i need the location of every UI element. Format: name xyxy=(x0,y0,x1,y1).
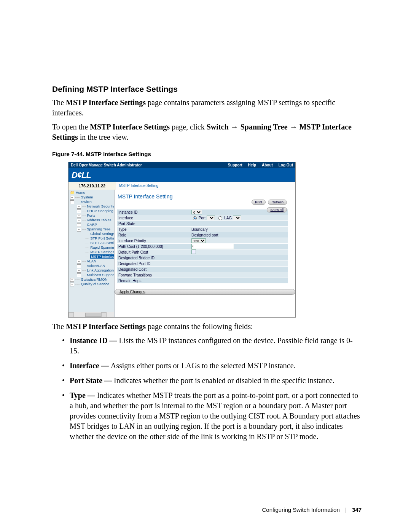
field-label: Forward Transitions xyxy=(117,273,191,277)
intro-paragraph: The MSTP Interface Settings page contain… xyxy=(52,97,362,118)
select-input[interactable]: 0 xyxy=(191,210,202,214)
field-label: Type xyxy=(117,227,191,232)
collapse-icon[interactable]: − xyxy=(70,200,74,204)
field-label: Port State xyxy=(117,222,191,226)
tree-system[interactable]: System xyxy=(81,195,93,199)
print-button[interactable]: Print xyxy=(252,200,266,205)
footer-separator: | xyxy=(345,506,347,513)
tree-item[interactable]: Multicast Support xyxy=(87,273,115,277)
field-row: TypeBoundary xyxy=(117,227,288,232)
tree-item[interactable]: Address Tables xyxy=(87,218,112,222)
radio-port[interactable] xyxy=(193,216,197,220)
tree-leaf[interactable]: Global Settings xyxy=(90,232,115,236)
expand-icon[interactable]: + xyxy=(77,209,81,213)
nav-tree[interactable]: 📁 Home +····· System −····· Switch +····… xyxy=(68,190,115,317)
checkbox-icon[interactable] xyxy=(191,249,196,254)
tree-leaf[interactable]: STP LAG Setting xyxy=(90,241,115,245)
tree-stats[interactable]: Statistics/RMON xyxy=(81,277,108,281)
help-link[interactable]: Help xyxy=(248,163,256,167)
expand-icon[interactable]: + xyxy=(70,278,74,282)
expand-icon[interactable]: + xyxy=(77,214,81,218)
field-row: Port State xyxy=(117,221,288,227)
field-value[interactable]: 128 xyxy=(191,238,288,243)
field-row: Default Path Cost xyxy=(117,249,288,255)
field-row: Designated Cost xyxy=(117,267,288,272)
section-heading: Defining MSTP Interface Settings xyxy=(52,85,362,94)
field-row: RoleDesignated port xyxy=(117,232,288,238)
field-label: Interface Priority xyxy=(117,239,191,243)
apply-changes-button[interactable]: Apply Changes xyxy=(115,289,295,295)
field-label: Path Cost (1-200,000,000) xyxy=(117,244,191,249)
nav-paragraph: To open the MSTP Interface Settings page… xyxy=(52,122,362,142)
field-label: Designated Port ID xyxy=(117,262,191,266)
tree-leaf-selected[interactable]: MSTP Interface xyxy=(90,254,115,259)
expand-icon[interactable]: + xyxy=(77,264,81,268)
expand-icon[interactable]: + xyxy=(77,219,81,222)
field-value[interactable] xyxy=(191,244,288,249)
tree-item[interactable]: Network Security xyxy=(87,204,114,208)
field-value: Boundary xyxy=(191,227,288,232)
bullet-desc: Indicates whether MSTP treats the port a… xyxy=(70,391,360,441)
field-value[interactable] xyxy=(191,249,288,255)
tree-leaf[interactable]: Rapid Spanning T xyxy=(90,245,115,249)
field-row: Forward Transitions xyxy=(117,272,288,278)
expand-icon[interactable]: + xyxy=(70,283,74,286)
field-label: Designated Cost xyxy=(117,267,191,272)
nav-mid: page, click xyxy=(170,123,207,131)
tree-item[interactable]: Link Aggregation xyxy=(87,268,114,272)
about-link[interactable]: About xyxy=(262,163,273,167)
panel-title: MSTP Interface Setting xyxy=(118,193,295,200)
expand-icon[interactable]: + xyxy=(77,223,81,227)
after-paragraph: The MSTP Interface Settings page contain… xyxy=(52,321,362,332)
tree-item[interactable]: VoiceVLAN xyxy=(87,264,105,268)
port-select[interactable] xyxy=(207,216,215,220)
field-row: Interface Priority128 xyxy=(117,238,288,244)
tree-item[interactable]: VLAN xyxy=(87,259,96,263)
logo-bar: D¢LL xyxy=(68,168,295,182)
main-panel: MSTP Interface Setting Print Refresh Sho… xyxy=(115,190,295,317)
arrow-icon: → xyxy=(288,123,299,131)
tree-item[interactable]: DHCP Snooping xyxy=(87,209,113,213)
bullet-desc: Assigns either ports or LAGs to the sele… xyxy=(111,361,296,370)
field-label: Interface xyxy=(117,216,191,220)
expand-icon[interactable]: + xyxy=(77,273,81,277)
tree-scrollbar[interactable] xyxy=(68,312,114,317)
refresh-button[interactable]: Refresh xyxy=(268,200,287,205)
app-nav-links: Support Help About Log Out xyxy=(223,163,293,167)
app-titlebar: Dell OpenManage Switch Administrator Sup… xyxy=(68,162,295,168)
bullet-term: Instance ID — xyxy=(70,336,119,345)
tree-item[interactable]: GARP xyxy=(87,222,97,227)
logout-link[interactable]: Log Out xyxy=(279,163,293,167)
expand-icon[interactable]: + xyxy=(77,205,81,209)
after-bold: MSTP Interface Settings xyxy=(66,322,146,331)
field-label: Instance ID xyxy=(117,210,191,214)
select-input[interactable]: 128 xyxy=(191,238,206,243)
tree-qos[interactable]: Quality of Service xyxy=(81,282,109,286)
text-input[interactable] xyxy=(191,244,234,249)
field-value[interactable]: Port LAG xyxy=(191,216,288,220)
field-row: Remain Hops xyxy=(117,278,288,284)
footer-chapter: Configuring Switch Information xyxy=(262,506,339,513)
radio-lag[interactable] xyxy=(218,216,222,220)
expand-icon[interactable]: + xyxy=(77,269,81,273)
tree-item[interactable]: Spanning Tree xyxy=(87,227,110,231)
collapse-icon[interactable]: − xyxy=(77,228,81,232)
expand-icon[interactable]: + xyxy=(70,196,74,200)
nav-pagename: MSTP Interface Settings xyxy=(90,123,170,131)
lag-select[interactable] xyxy=(233,216,241,220)
support-link[interactable]: Support xyxy=(228,163,242,167)
tree-switch[interactable]: Switch xyxy=(81,200,92,204)
tree-leaf[interactable]: MSTP Settings xyxy=(90,250,114,254)
expand-icon[interactable]: + xyxy=(77,260,81,264)
bullet-item: Interface — Assigns either ports or LAGs… xyxy=(62,361,362,375)
tree-leaf[interactable]: STP Port Settings xyxy=(90,236,115,240)
bullet-desc: Indicates whether the port is enabled or… xyxy=(114,376,335,385)
show-all-button[interactable]: Show All xyxy=(267,207,287,212)
tree-home[interactable]: Home xyxy=(76,190,85,195)
footer-page-number: 347 xyxy=(352,506,362,513)
ip-address: 176.210.11.22 xyxy=(68,182,116,190)
bullet-item: Type — Indicates whether MSTP treats the… xyxy=(62,390,362,446)
tree-item[interactable]: Ports xyxy=(87,213,95,217)
settings-table: Instance ID0Interface Port LAG Port Stat… xyxy=(117,209,288,284)
arrow-icon: → xyxy=(229,123,241,131)
